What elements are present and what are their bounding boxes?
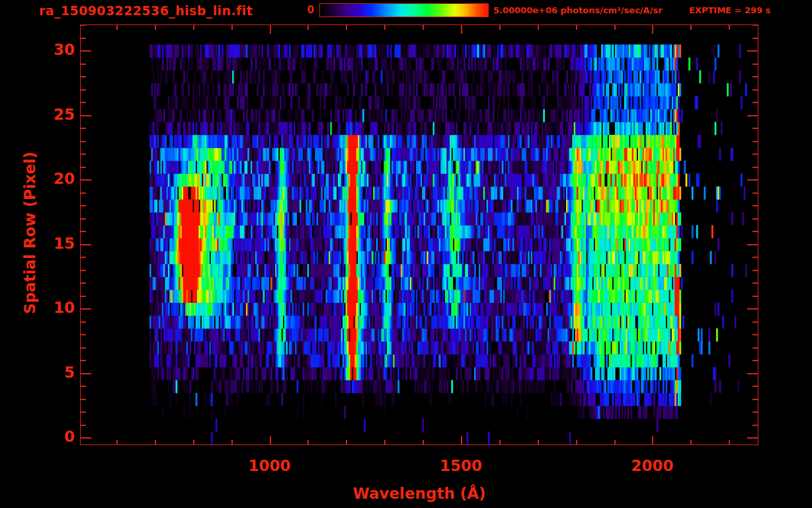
x-minor-tick xyxy=(423,25,424,30)
y-minor-tick xyxy=(752,296,758,297)
y-minor-tick xyxy=(81,321,86,323)
y-major-tick xyxy=(81,179,91,181)
x-major-tick xyxy=(270,25,271,34)
y-major-tick xyxy=(747,437,758,439)
x-minor-tick xyxy=(499,440,501,444)
x-minor-tick xyxy=(307,25,309,30)
x-minor-tick xyxy=(193,25,194,30)
y-minor-tick xyxy=(81,360,86,361)
y-tick-label: 10 xyxy=(22,299,75,316)
plot-frame xyxy=(80,24,758,445)
y-tick-label: 5 xyxy=(22,364,75,381)
y-minor-tick xyxy=(752,76,758,77)
x-minor-tick xyxy=(231,440,233,444)
y-minor-tick xyxy=(752,411,758,413)
x-minor-tick xyxy=(384,25,386,30)
x-minor-tick xyxy=(729,440,730,444)
y-minor-tick xyxy=(81,128,86,129)
x-tick-label: 1500 xyxy=(428,457,494,474)
x-minor-tick xyxy=(346,440,347,444)
y-minor-tick xyxy=(752,128,758,129)
y-minor-tick xyxy=(752,321,758,323)
y-tick-label: 0 xyxy=(22,428,75,445)
y-major-tick xyxy=(81,115,91,116)
y-major-tick xyxy=(747,308,758,310)
y-major-tick xyxy=(81,437,91,439)
colorbar-gradient xyxy=(320,4,488,17)
x-minor-tick xyxy=(576,25,577,30)
y-minor-tick xyxy=(81,153,86,155)
y-minor-tick xyxy=(752,386,758,387)
x-minor-tick xyxy=(538,25,539,30)
y-minor-tick xyxy=(81,102,86,103)
y-minor-tick xyxy=(81,218,86,220)
y-tick-label: 20 xyxy=(22,170,75,187)
x-minor-tick xyxy=(384,440,386,444)
y-minor-tick xyxy=(752,360,758,361)
x-minor-tick xyxy=(116,440,118,444)
y-major-tick xyxy=(81,373,91,374)
y-minor-tick xyxy=(752,192,758,194)
x-axis-title: Wavelength (Å) xyxy=(80,485,758,502)
y-minor-tick xyxy=(752,257,758,258)
y-major-tick xyxy=(747,115,758,116)
y-major-tick xyxy=(747,373,758,374)
y-minor-tick xyxy=(81,205,86,206)
y-minor-tick xyxy=(81,386,86,387)
y-minor-tick xyxy=(81,270,86,271)
exptime-label: EXPTIME = 299 s xyxy=(689,5,770,15)
x-minor-tick xyxy=(690,440,692,444)
y-minor-tick xyxy=(81,334,86,335)
y-minor-tick xyxy=(752,102,758,103)
x-minor-tick xyxy=(614,25,616,30)
y-minor-tick xyxy=(752,89,758,91)
y-tick-label: 15 xyxy=(22,235,75,252)
colorbar xyxy=(319,3,489,17)
x-major-tick xyxy=(461,436,462,444)
x-minor-tick xyxy=(499,25,501,30)
x-major-tick xyxy=(652,436,653,444)
y-minor-tick xyxy=(81,38,86,39)
x-minor-tick xyxy=(193,440,194,444)
y-minor-tick xyxy=(81,257,86,258)
y-major-tick xyxy=(81,308,91,310)
x-minor-tick xyxy=(346,25,347,30)
x-minor-tick xyxy=(729,25,730,30)
spectrogram-heatmap xyxy=(81,25,758,444)
x-minor-tick xyxy=(116,25,118,30)
x-minor-tick xyxy=(307,440,309,444)
colorbar-max-label: 5.00000e+06 photons/cm²/sec/A/sr xyxy=(493,5,663,15)
y-major-tick xyxy=(747,244,758,245)
x-major-tick xyxy=(652,25,653,34)
y-minor-tick xyxy=(752,153,758,155)
y-minor-tick xyxy=(752,347,758,349)
colorbar-min-label: 0 xyxy=(285,4,314,16)
y-minor-tick xyxy=(81,347,86,349)
y-minor-tick xyxy=(752,64,758,65)
y-minor-tick xyxy=(752,205,758,206)
y-minor-tick xyxy=(752,38,758,39)
y-minor-tick xyxy=(752,425,758,426)
y-major-tick xyxy=(747,179,758,181)
y-minor-tick xyxy=(81,425,86,426)
y-minor-tick xyxy=(752,334,758,335)
y-minor-tick xyxy=(81,192,86,194)
y-minor-tick xyxy=(752,167,758,168)
x-major-tick xyxy=(461,25,462,34)
y-minor-tick xyxy=(81,76,86,77)
x-tick-label: 1000 xyxy=(237,457,303,474)
plot-title: ra_150903222536_hisb_lin.fit xyxy=(39,3,253,18)
y-minor-tick xyxy=(81,231,86,232)
x-minor-tick xyxy=(576,440,577,444)
y-minor-tick xyxy=(81,89,86,91)
y-minor-tick xyxy=(81,399,86,400)
y-minor-tick xyxy=(81,141,86,142)
y-minor-tick xyxy=(81,167,86,168)
y-tick-label: 30 xyxy=(22,41,75,58)
x-minor-tick xyxy=(155,25,156,30)
y-tick-label: 25 xyxy=(22,106,75,123)
y-minor-tick xyxy=(752,24,758,26)
y-minor-tick xyxy=(81,24,86,26)
y-major-tick xyxy=(81,244,91,245)
x-minor-tick xyxy=(614,440,616,444)
